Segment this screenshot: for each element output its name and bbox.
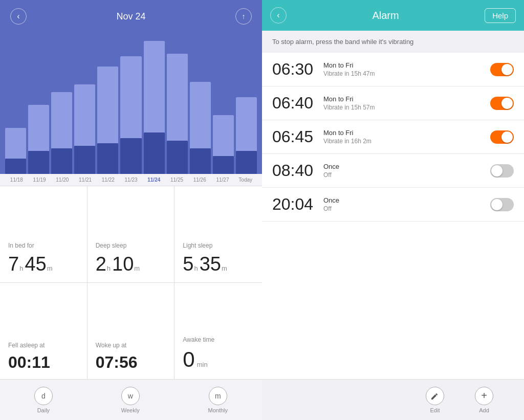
tab-daily[interactable]: d Daily [34, 387, 53, 413]
bottom-nav: d Daily w Weekly m Monthly [0, 379, 262, 420]
fell-asleep-label: Fell asleep at [8, 342, 79, 349]
alarm-item[interactable]: 20:04OnceOff [262, 188, 524, 222]
alarm-toggle[interactable] [490, 63, 514, 76]
alarm-back-button[interactable]: ‹ [270, 7, 287, 24]
alarm-item[interactable]: 06:30Mon to FriVibrate in 15h 47m [262, 53, 524, 86]
daily-label: Daily [37, 407, 50, 413]
alarm-sub: Off [323, 171, 490, 179]
chart-area: ‹ Nov 24 ↑ [0, 0, 262, 174]
alarm-list: 06:30Mon to FriVibrate in 15h 47m06:40Mo… [262, 53, 524, 379]
alarm-sub: Vibrate in 16h 2m [323, 138, 490, 145]
alarm-info: Mon to FriVibrate in 15h 47m [318, 61, 490, 77]
date-label[interactable]: 11/25 [165, 177, 188, 183]
light-sleep-h-unit: h [194, 264, 198, 272]
awake-unit: min [197, 361, 208, 368]
date-label[interactable]: 11/21 [74, 177, 97, 183]
alarm-time: 06:30 [272, 60, 318, 79]
in-bed-m-unit: m [47, 264, 53, 272]
bar-group [213, 41, 234, 174]
alarm-repeat: Once [323, 163, 490, 170]
bar-group [120, 41, 141, 174]
share-icon: ↑ [242, 12, 245, 20]
toggle-knob [501, 98, 513, 109]
bar-group [51, 41, 72, 174]
alarm-toggle[interactable] [490, 164, 514, 178]
toggle-knob [491, 199, 503, 210]
date-label[interactable]: 11/24 [142, 177, 165, 183]
awake-value: 0 [183, 347, 194, 372]
alarm-repeat: Mon to Fri [323, 95, 490, 103]
date-label[interactable]: 11/18 [5, 177, 28, 183]
in-bed-minutes: 45 [25, 253, 46, 275]
alarm-sub: Vibrate in 15h 57m [323, 104, 490, 111]
alarm-toggle[interactable] [490, 97, 514, 110]
alarm-repeat: Once [323, 196, 490, 204]
fell-asleep-cell: Fell asleep at 00:11 [0, 283, 88, 380]
date-label[interactable]: Today [234, 177, 257, 183]
light-sleep-cell: Light sleep 5 h 35 m [174, 186, 262, 283]
deep-sleep-m-unit: m [134, 264, 140, 272]
fell-asleep-value: 00:11 [8, 353, 79, 372]
help-button[interactable]: Help [485, 8, 516, 23]
in-bed-cell: In bed for 7 h 45 m [0, 186, 88, 283]
add-label: Add [479, 407, 489, 413]
bar-group [5, 41, 26, 174]
date-label[interactable]: 11/26 [188, 177, 211, 183]
alarm-time: 08:40 [272, 161, 318, 180]
date-label[interactable]: 11/22 [97, 177, 120, 183]
chart-title: Nov 24 [116, 11, 145, 22]
in-bed-label: In bed for [8, 242, 79, 249]
light-sleep-m-unit: m [222, 264, 227, 272]
light-sleep-minutes: 35 [200, 253, 221, 275]
back-button[interactable]: ‹ [10, 8, 27, 25]
alarm-item[interactable]: 08:40OnceOff [262, 154, 524, 188]
alarm-title: Alarm [287, 10, 485, 21]
alarm-bottom: Edit + Add [262, 379, 524, 420]
tab-weekly[interactable]: w Weekly [121, 387, 140, 413]
alarm-time: 06:45 [272, 127, 318, 146]
bar-group [74, 41, 95, 174]
alarm-toggle[interactable] [490, 130, 514, 144]
toggle-knob [491, 165, 503, 176]
alarm-info: Mon to FriVibrate in 15h 57m [318, 95, 490, 111]
date-axis: 11/1811/1911/2011/2111/2211/2311/2411/25… [0, 174, 262, 186]
woke-up-cell: Woke up at 07:56 [88, 283, 175, 380]
alarm-header: ‹ Alarm Help [262, 0, 524, 31]
bar-group [236, 41, 257, 174]
share-button[interactable]: ↑ [235, 8, 252, 25]
deep-sleep-minutes: 10 [112, 253, 134, 275]
weekly-label: Weekly [121, 407, 140, 413]
alarm-time: 06:40 [272, 94, 318, 113]
date-label[interactable]: 11/23 [120, 177, 143, 183]
deep-sleep-label: Deep sleep [96, 242, 166, 249]
bar-chart [0, 41, 262, 174]
date-label[interactable]: 11/27 [211, 177, 234, 183]
edit-label: Edit [430, 407, 440, 413]
light-sleep-hours: 5 [183, 253, 193, 275]
alarm-info: OnceOff [318, 196, 490, 212]
edit-action[interactable]: Edit [426, 387, 444, 413]
date-label[interactable]: 11/19 [28, 177, 51, 183]
tab-monthly[interactable]: m Monthly [208, 387, 228, 413]
monthly-icon: m [209, 387, 227, 405]
daily-icon: d [34, 387, 53, 405]
bar-group [97, 41, 118, 174]
deep-sleep-cell: Deep sleep 2 h 10 m [88, 186, 175, 283]
alarm-repeat: Mon to Fri [323, 129, 490, 137]
stats-grid: In bed for 7 h 45 m Deep sleep 2 h 10 m … [0, 186, 262, 379]
bar-group [190, 41, 211, 174]
alarm-repeat: Mon to Fri [323, 61, 490, 69]
alarm-back-icon: ‹ [277, 11, 279, 20]
bar-group [28, 41, 49, 174]
alarm-time: 20:04 [272, 195, 318, 214]
toggle-knob [501, 64, 513, 75]
date-label[interactable]: 11/20 [51, 177, 74, 183]
deep-sleep-hours: 2 [96, 253, 106, 275]
in-bed-h-unit: h [19, 264, 23, 272]
alarm-item[interactable]: 06:40Mon to FriVibrate in 15h 57m [262, 86, 524, 120]
alarm-toggle[interactable] [490, 198, 514, 211]
deep-sleep-h-unit: h [107, 264, 111, 272]
add-action[interactable]: + Add [475, 387, 493, 413]
alarm-item[interactable]: 06:45Mon to FriVibrate in 16h 2m [262, 120, 524, 154]
alarm-sub: Vibrate in 15h 47m [323, 70, 490, 77]
